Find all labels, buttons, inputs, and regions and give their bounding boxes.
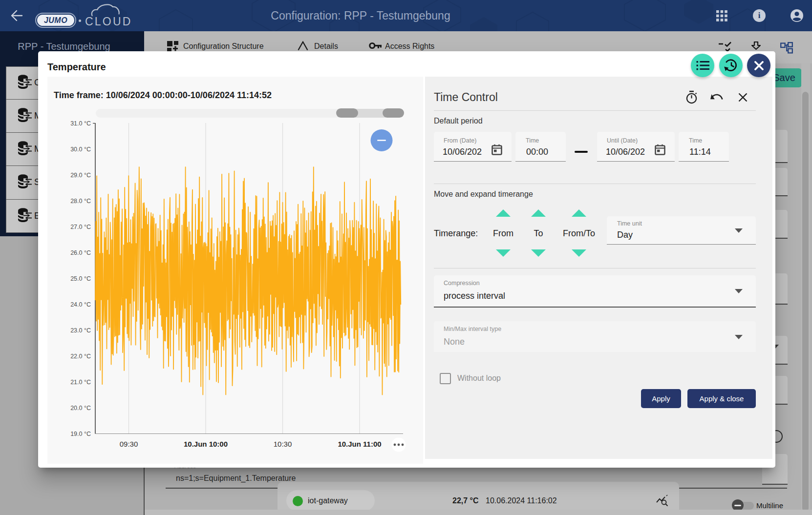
- svg-text:24.0 °C: 24.0 °C: [70, 301, 91, 308]
- svg-text:19.0 °C: 19.0 °C: [70, 431, 91, 437]
- svg-text:22.0 °C: 22.0 °C: [70, 353, 91, 360]
- svg-text:10.Jun 11:00: 10.Jun 11:00: [338, 440, 381, 448]
- svg-text:21.0 °C: 21.0 °C: [70, 379, 91, 386]
- svg-text:27.0 °C: 27.0 °C: [70, 224, 91, 230]
- svg-text:23.0 °C: 23.0 °C: [70, 327, 91, 334]
- svg-text:20.0 °C: 20.0 °C: [70, 405, 91, 412]
- svg-text:28.0 °C: 28.0 °C: [70, 198, 91, 205]
- svg-text:29.0 °C: 29.0 °C: [70, 172, 91, 179]
- svg-text:10:30: 10:30: [274, 440, 292, 448]
- svg-text:10.Jun 10:00: 10.Jun 10:00: [184, 440, 228, 448]
- svg-text:25.0 °C: 25.0 °C: [70, 275, 91, 282]
- svg-text:30.0 °C: 30.0 °C: [70, 146, 91, 153]
- svg-text:26.0 °C: 26.0 °C: [70, 249, 91, 256]
- svg-text:09:30: 09:30: [120, 440, 138, 448]
- svg-text:31.0 °C: 31.0 °C: [70, 120, 91, 127]
